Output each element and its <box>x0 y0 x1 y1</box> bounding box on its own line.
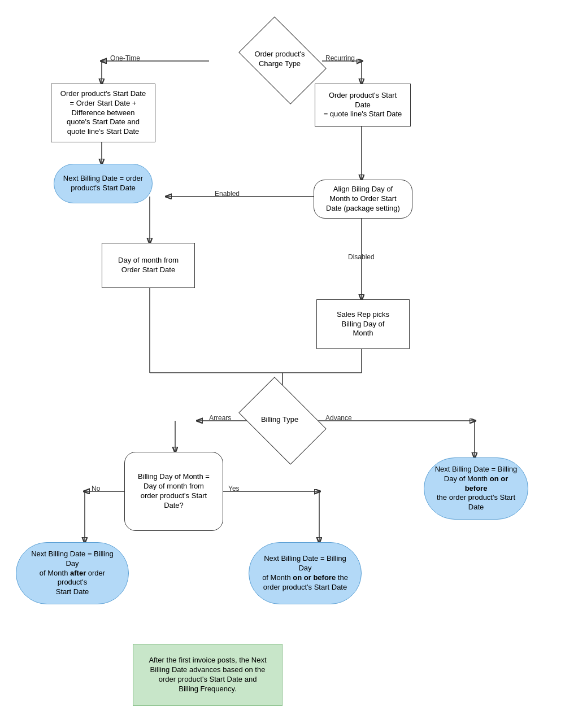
sales-rep-box: Sales Rep picksBilling Day ofMonth <box>316 299 410 349</box>
advance-blue-oval: Next Billing Date = BillingDay of Month … <box>424 457 528 520</box>
flowchart-diagram: Order product'sCharge Type One-Time Recu… <box>0 0 565 728</box>
recurring-label: Recurring <box>325 54 355 62</box>
advance-label: Advance <box>325 414 352 422</box>
billing-type-label: Billing Type <box>249 397 311 442</box>
next-billing-after-oval: Next Billing Date = Billing Dayof Month … <box>16 542 129 604</box>
align-billing-rounded: Align Biling Day ofMonth to Order StartD… <box>314 180 412 219</box>
day-of-month-box: Day of month fromOrder Start Date <box>102 243 195 288</box>
yes-label: Yes <box>228 485 240 492</box>
enabled-label: Enabled <box>215 190 240 198</box>
one-time-label: One-Time <box>110 54 140 62</box>
arrears-label: Arrears <box>209 414 231 422</box>
next-billing-on-or-before-oval: Next Billing Date = Billing Dayof Month … <box>249 542 362 604</box>
one-time-box: Order product's Start Date= Order Start … <box>51 84 155 142</box>
recurring-box: Order product's Start Date= quote line's… <box>315 84 411 127</box>
next-billing-start-date: Next Billing Date = orderproduct's Start… <box>54 164 153 203</box>
charge-type-label: Order product'sCharge Type <box>249 37 311 82</box>
disabled-label: Disabled <box>348 253 375 261</box>
billing-day-question: Billing Day of Month =Day of month fromo… <box>124 452 223 531</box>
no-label: No <box>92 485 100 492</box>
green-note-box: After the first invoice posts, the NextB… <box>133 644 282 706</box>
